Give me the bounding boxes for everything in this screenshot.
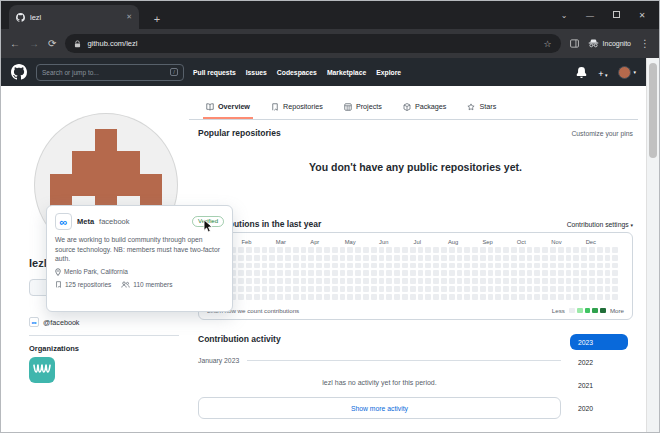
contribution-day[interactable] (433, 270, 439, 276)
contribution-day[interactable] (612, 294, 618, 300)
org-login[interactable]: facebook (99, 217, 129, 226)
contribution-day[interactable] (340, 278, 346, 284)
contribution-day[interactable] (386, 263, 392, 269)
contribution-day[interactable] (472, 270, 478, 276)
contribution-day[interactable] (254, 270, 260, 276)
contribution-day[interactable] (363, 294, 369, 300)
contribution-day[interactable] (379, 255, 385, 261)
contribution-day[interactable] (519, 247, 525, 253)
year-2021-link[interactable]: 2021 (578, 382, 593, 389)
contribution-day[interactable] (386, 255, 392, 261)
contribution-day[interactable] (503, 255, 509, 261)
contribution-day[interactable] (488, 294, 494, 300)
contribution-day[interactable] (324, 286, 330, 292)
create-new-button[interactable]: + ▾ (598, 63, 607, 81)
contribution-day[interactable] (254, 286, 260, 292)
contribution-day[interactable] (394, 263, 400, 269)
contribution-day[interactable] (480, 270, 486, 276)
contribution-day[interactable] (558, 286, 564, 292)
contribution-day[interactable] (519, 286, 525, 292)
contribution-day[interactable] (308, 294, 314, 300)
contribution-day[interactable] (285, 294, 291, 300)
contribution-day[interactable] (433, 294, 439, 300)
contribution-day[interactable] (394, 286, 400, 292)
contribution-day[interactable] (612, 286, 618, 292)
contribution-day[interactable] (410, 286, 416, 292)
customize-pins-link[interactable]: Customize your pins (571, 130, 633, 137)
nav-pull-requests[interactable]: Pull requests (193, 69, 236, 76)
contribution-day[interactable] (316, 247, 322, 253)
contribution-day[interactable] (301, 286, 307, 292)
contribution-day[interactable] (550, 294, 556, 300)
contribution-day[interactable] (589, 286, 595, 292)
contribution-day[interactable] (254, 255, 260, 261)
contribution-day[interactable] (340, 270, 346, 276)
contribution-day[interactable] (550, 263, 556, 269)
contribution-day[interactable] (301, 263, 307, 269)
sidebar-panel-icon[interactable] (570, 39, 579, 48)
contribution-day[interactable] (324, 247, 330, 253)
contribution-day[interactable] (293, 278, 299, 284)
contribution-day[interactable] (612, 263, 618, 269)
contribution-day[interactable] (402, 294, 408, 300)
contribution-day[interactable] (534, 263, 540, 269)
contribution-day[interactable] (480, 278, 486, 284)
contribution-day[interactable] (558, 263, 564, 269)
contribution-day[interactable] (511, 286, 517, 292)
contribution-day[interactable] (363, 270, 369, 276)
contribution-day[interactable] (308, 263, 314, 269)
contribution-day[interactable] (246, 263, 252, 269)
contribution-day[interactable] (597, 286, 603, 292)
new-tab-button[interactable]: + (149, 13, 165, 25)
contribution-day[interactable] (597, 294, 603, 300)
contribution-day[interactable] (410, 263, 416, 269)
contribution-day[interactable] (480, 255, 486, 261)
contribution-day[interactable] (355, 255, 361, 261)
contribution-day[interactable] (371, 247, 377, 253)
contribution-day[interactable] (441, 270, 447, 276)
contribution-day[interactable] (550, 255, 556, 261)
contribution-day[interactable] (464, 255, 470, 261)
contribution-day[interactable] (301, 255, 307, 261)
contribution-day[interactable] (503, 263, 509, 269)
contribution-day[interactable] (402, 278, 408, 284)
contribution-day[interactable] (285, 247, 291, 253)
contribution-day[interactable] (347, 255, 353, 261)
contribution-day[interactable] (573, 263, 579, 269)
contribution-day[interactable] (480, 247, 486, 253)
contribution-day[interactable] (550, 270, 556, 276)
contribution-day[interactable] (293, 255, 299, 261)
contribution-day[interactable] (581, 270, 587, 276)
contribution-day[interactable] (605, 247, 611, 253)
contribution-day[interactable] (573, 286, 579, 292)
contribution-day[interactable] (464, 278, 470, 284)
contribution-day[interactable] (363, 247, 369, 253)
contribution-day[interactable] (480, 286, 486, 292)
contribution-day[interactable] (449, 294, 455, 300)
contribution-day[interactable] (597, 263, 603, 269)
contribution-day[interactable] (418, 278, 424, 284)
contribution-day[interactable] (246, 286, 252, 292)
contribution-day[interactable] (457, 278, 463, 284)
contribution-day[interactable] (597, 255, 603, 261)
contribution-day[interactable] (410, 294, 416, 300)
contribution-day[interactable] (316, 255, 322, 261)
contribution-day[interactable] (379, 294, 385, 300)
contribution-day[interactable] (503, 270, 509, 276)
contribution-day[interactable] (472, 278, 478, 284)
contribution-day[interactable] (566, 263, 572, 269)
contribution-day[interactable] (246, 270, 252, 276)
contribution-day[interactable] (340, 263, 346, 269)
contribution-day[interactable] (527, 247, 533, 253)
nav-codespaces[interactable]: Codespaces (277, 69, 317, 76)
contribution-day[interactable] (410, 247, 416, 253)
contribution-day[interactable] (527, 263, 533, 269)
contribution-day[interactable] (355, 263, 361, 269)
contribution-day[interactable] (425, 263, 431, 269)
contribution-day[interactable] (308, 278, 314, 284)
show-more-activity-button[interactable]: Show more activity (198, 397, 561, 419)
contribution-day[interactable] (527, 286, 533, 292)
contribution-day[interactable] (480, 294, 486, 300)
contribution-day[interactable] (410, 278, 416, 284)
contribution-day[interactable] (347, 263, 353, 269)
